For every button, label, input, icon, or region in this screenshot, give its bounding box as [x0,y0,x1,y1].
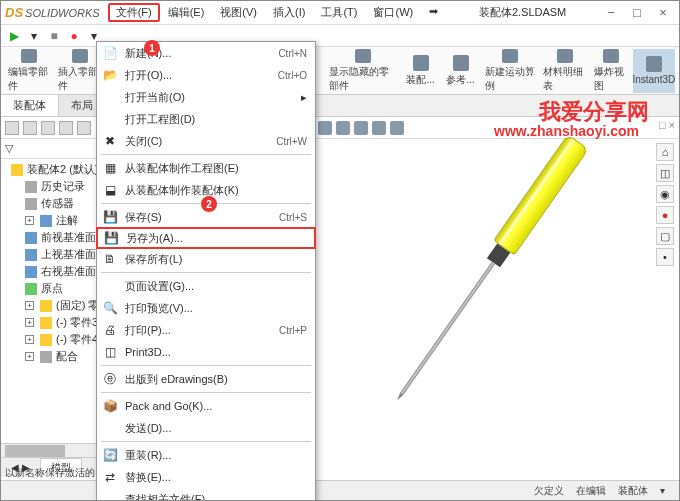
menu-close[interactable]: ✖关闭(C)Ctrl+W [97,130,315,152]
dropdown-icon[interactable]: ▾ [27,29,41,43]
part-icon [40,300,52,312]
print3d-icon: ◫ [101,344,119,360]
view-tool-icon[interactable] [318,121,332,135]
record-icon[interactable]: ● [67,29,81,43]
tree-tool-icon[interactable] [77,121,91,135]
stop-icon[interactable]: ■ [47,29,61,43]
plane-icon [25,232,37,244]
replace-icon: ⇄ [101,469,119,485]
close-icon: ✖ [101,133,119,149]
preview-icon: 🔍 [101,300,119,316]
logo-mark: DS [5,5,23,20]
publish-icon: ⓔ [101,371,119,387]
plane-icon [25,266,37,278]
file-menu-dropdown: 📄新建(N)...Ctrl+N 📂打开(O)...Ctrl+O 打开当前(O)▸… [96,41,316,501]
assembly-icon: ⬓ [101,182,119,198]
menu-replace[interactable]: ⇄替换(E)... [97,466,315,488]
menu-more[interactable]: ➡ [421,3,446,22]
app-logo: DS SOLIDWORKS [5,5,100,20]
history-icon [25,181,37,193]
tab-assembly[interactable]: 装配体 [1,95,59,116]
reload-icon: 🔄 [101,447,119,463]
menu-save-all[interactable]: 🗎保存所有(L) [97,248,315,270]
ribbon-motion-study[interactable]: 新建运动算例 [482,49,539,93]
menu-page-setup[interactable]: 页面设置(G)... [97,275,315,297]
annotation-icon [40,215,52,227]
ribbon-bom[interactable]: 材料明细表 [540,49,588,93]
menu-print[interactable]: 🖨打印(P)...Ctrl+P [97,319,315,341]
ribbon-edit-component[interactable]: 编辑零部件 [5,49,53,93]
tree-tool-icon[interactable] [5,121,19,135]
menu-view[interactable]: 视图(V) [212,3,265,22]
tooltip-hint: 以新名称保存激活的 [5,466,95,480]
view-icon[interactable]: ● [656,206,674,224]
maximize-icon[interactable]: □ [625,4,649,22]
close-icon[interactable]: × [651,4,675,22]
view-icon[interactable]: • [656,248,674,266]
watermark-url: www.zhanshaoyi.com [494,123,639,139]
view-tool-icon[interactable] [336,121,350,135]
logo-text: SOLIDWORKS [25,7,100,19]
menu-edit[interactable]: 编辑(E) [160,3,213,22]
menu-bar: 文件(F) 编辑(E) 视图(V) 插入(I) 工具(T) 窗口(W) ➡ [108,3,447,22]
menu-window[interactable]: 窗口(W) [365,3,421,22]
menu-save-as[interactable]: 💾另存为(A)... [96,227,316,249]
view-tool-icon[interactable] [390,121,404,135]
callout-badge-2: 2 [201,196,217,212]
document-title: 装配体2.SLDASM [446,5,599,20]
ribbon-show-hidden[interactable]: 显示隐藏的零部件 [326,49,400,93]
model-screwdriver [386,134,589,408]
menu-make-drawing[interactable]: ▦从装配体制作工程图(E) [97,157,315,179]
save-icon: 💾 [101,209,119,225]
right-toolbar: ⌂ ◫ ◉ ● ▢ • [656,143,676,266]
saveas-icon: 💾 [102,230,120,246]
status-mode: 装配体 [618,484,648,498]
play-icon[interactable]: ▶ [7,29,21,43]
menu-print-preview[interactable]: 🔍打印预览(V)... [97,297,315,319]
print-icon: 🖨 [101,322,119,338]
menu-open-project[interactable]: 打开工程图(D) [97,108,315,130]
cube-icon[interactable]: ◫ [656,164,674,182]
ribbon-assembly[interactable]: 装配... [402,49,440,93]
minimize-icon[interactable]: − [599,4,623,22]
menu-print3d[interactable]: ◫Print3D... [97,341,315,363]
menu-packgo[interactable]: 📦Pack and Go(K)... [97,395,315,417]
saveall-icon: 🗎 [101,251,119,267]
view-icon[interactable]: ▢ [656,227,674,245]
menu-publish[interactable]: ⓔ出版到 eDrawings(B) [97,368,315,390]
pack-icon: 📦 [101,398,119,414]
status-editing: 在编辑 [576,484,606,498]
viewport-close-icon[interactable]: □ × [659,119,675,131]
view-icon[interactable]: ◉ [656,185,674,203]
mates-icon [40,351,52,363]
tree-tool-icon[interactable] [41,121,55,135]
ribbon-instant3d[interactable]: Instant3D [633,49,675,93]
menu-open[interactable]: 📂打开(O)...Ctrl+O [97,64,315,86]
callout-badge-1: 1 [144,40,160,56]
menu-new[interactable]: 📄新建(N)...Ctrl+N [97,42,315,64]
drawing-icon: ▦ [101,160,119,176]
open-icon: 📂 [101,67,119,83]
view-tool-icon[interactable] [354,121,368,135]
assembly-icon [11,164,23,176]
menu-reload[interactable]: 🔄重装(R)... [97,444,315,466]
tree-tool-icon[interactable] [23,121,37,135]
view-tool-icon[interactable] [372,121,386,135]
tree-tool-icon[interactable] [59,121,73,135]
status-more[interactable]: ▾ [660,485,665,496]
ribbon-exploded[interactable]: 爆炸视图 [591,49,631,93]
new-icon: 📄 [101,45,119,61]
menu-open-current[interactable]: 打开当前(O)▸ [97,86,315,108]
menu-file[interactable]: 文件(F) [108,3,160,22]
ribbon-reference[interactable]: 参考... [442,49,480,93]
part-icon [40,334,52,346]
sensor-icon [25,198,37,210]
menu-find-refs[interactable]: 查找相关文件(F)... [97,488,315,501]
menu-send[interactable]: 发送(D)... [97,417,315,439]
menu-tools[interactable]: 工具(T) [313,3,365,22]
part-icon [40,317,52,329]
status-definition: 欠定义 [534,484,564,498]
menu-insert[interactable]: 插入(I) [265,3,313,22]
origin-icon [25,283,37,295]
home-icon[interactable]: ⌂ [656,143,674,161]
